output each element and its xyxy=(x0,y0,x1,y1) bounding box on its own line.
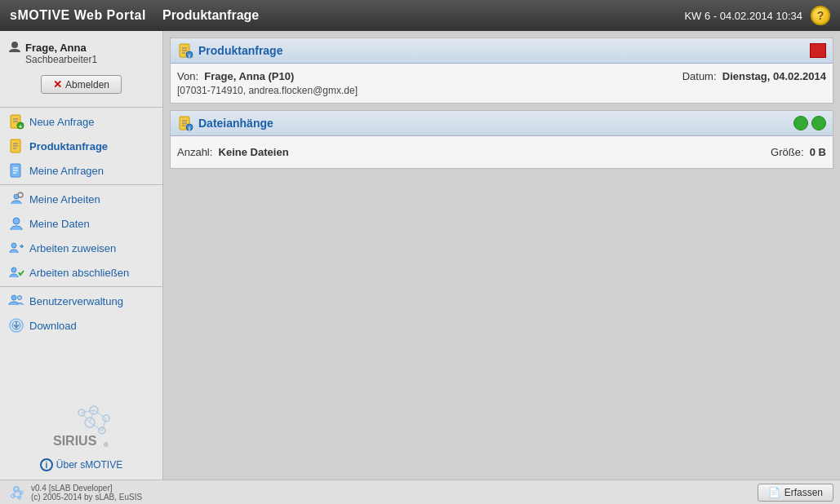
abmelden-button[interactable]: ✕ Abmelden xyxy=(41,75,122,94)
app-title: sMOTIVE Web Portal xyxy=(10,8,146,23)
gear-person-icon xyxy=(8,191,24,207)
download-icon xyxy=(8,317,24,334)
count-text: Anzahl: Keine Dateien xyxy=(177,146,289,158)
sidebar-item-download[interactable]: Download xyxy=(0,313,162,338)
produktanfrage-panel: i Produktanfrage Von: Frage, Anna (P10) … xyxy=(170,38,833,104)
svg-text:i: i xyxy=(189,53,190,59)
sidebar: Frage, Anna Sachbearbeiter1 ✕ Abmelden +… xyxy=(0,31,163,480)
sidebar-item-meine-anfragen[interactable]: Meine Anfragen xyxy=(0,158,162,183)
header: sMOTIVE Web Portal Produktanfrage KW 6 -… xyxy=(0,0,840,31)
sidebar-item-meine-daten[interactable]: Meine Daten xyxy=(0,211,162,236)
erfassen-button[interactable]: 📄 Erfassen xyxy=(758,484,833,502)
user-icon xyxy=(8,41,21,54)
user-name: Frage, Anna xyxy=(8,41,154,54)
from-line: Von: Frage, Anna (P10) Datum: Dienstag, … xyxy=(177,70,826,82)
svg-point-18 xyxy=(11,243,16,248)
dateianhaenge-panel-title: Dateianhänge xyxy=(198,117,793,130)
svg-text:®: ® xyxy=(104,441,109,449)
size-value: 0 B xyxy=(810,146,826,158)
sidebar-divider2 xyxy=(0,184,162,185)
datum-text: Datum: Dienstag, 04.02.2014 xyxy=(682,70,826,82)
count-value: Keine Dateien xyxy=(219,146,289,158)
svg-text:SIRIUS: SIRIUS xyxy=(53,434,97,448)
close-panel-button[interactable] xyxy=(810,43,826,58)
footer-text: v0.4 [sLAB Developer] (c) 2005-2014 by s… xyxy=(31,484,758,502)
sidebar-item-arbeiten-zuweisen[interactable]: Arbeiten zuweisen xyxy=(0,236,162,260)
svg-point-20 xyxy=(11,267,16,272)
user-role: Sachbearbeiter1 xyxy=(8,54,154,65)
help-icon[interactable]: ? xyxy=(811,6,830,25)
svg-point-0 xyxy=(11,42,18,48)
from-text: Von: Frage, Anna (P10) xyxy=(177,70,294,82)
users-icon xyxy=(8,293,24,309)
dateianhaenge-panel-actions xyxy=(793,116,826,130)
add-attachment-button[interactable] xyxy=(793,116,808,130)
person-icon xyxy=(8,215,24,232)
info-icon: i xyxy=(40,458,53,471)
dateianhaenge-panel-header: i Dateianhänge xyxy=(171,111,833,136)
dateianhaenge-panel: i Dateianhänge Anzahl: Keine Dateien Grö… xyxy=(170,110,833,169)
sidebar-item-arbeiten-abschliessen[interactable]: Arbeiten abschließen xyxy=(0,260,162,285)
erfassen-doc-icon: 📄 xyxy=(768,487,780,498)
svg-point-17 xyxy=(13,218,20,224)
produktanfrage-panel-body: Von: Frage, Anna (P10) Datum: Dienstag, … xyxy=(171,64,833,103)
main-layout: Frage, Anna Sachbearbeiter1 ✕ Abmelden +… xyxy=(0,31,840,480)
svg-text:i: i xyxy=(189,126,190,131)
sirius-logo: SIRIUS ® i Über sMOTIVE xyxy=(0,382,162,480)
from-value: Frage, Anna (P10) xyxy=(204,70,294,82)
svg-point-21 xyxy=(11,295,16,300)
complete-icon xyxy=(8,264,24,281)
sidebar-item-benutzerverwaltung[interactable]: Benutzerverwaltung xyxy=(0,289,162,313)
page-title: Produktanfrage xyxy=(162,8,685,23)
document-icon xyxy=(8,138,24,154)
count-size-line: Anzahl: Keine Dateien Größe: 0 B xyxy=(177,143,826,161)
size-text: Größe: 0 B xyxy=(771,146,826,158)
panel-actions xyxy=(810,43,826,58)
dateianhaenge-panel-body: Anzahl: Keine Dateien Größe: 0 B xyxy=(171,136,833,168)
document-new-icon: + xyxy=(8,113,24,130)
produktanfrage-panel-header: i Produktanfrage xyxy=(171,38,833,64)
sidebar-divider3 xyxy=(0,286,162,287)
sidebar-divider xyxy=(0,107,162,108)
attachment-icon: i xyxy=(177,115,193,131)
assign-icon xyxy=(8,240,24,256)
footer-logo-icon xyxy=(7,483,26,502)
produktanfrage-panel-title: Produktanfrage xyxy=(198,44,810,57)
footer: v0.4 [sLAB Developer] (c) 2005-2014 by s… xyxy=(0,480,840,504)
svg-text:+: + xyxy=(19,123,23,130)
datetime-display: KW 6 - 04.02.2014 10:34 xyxy=(684,10,802,22)
x-icon: ✕ xyxy=(53,78,62,91)
about-link[interactable]: i Über sMOTIVE xyxy=(40,458,122,471)
sirius-svg-icon: SIRIUS ® xyxy=(45,398,118,455)
contact-line: [07031-714910, andrea.flocken@gmx.de] xyxy=(177,85,826,96)
svg-point-22 xyxy=(18,296,22,300)
sidebar-item-neue-anfrage[interactable]: + Neue Anfrage xyxy=(0,109,162,134)
user-section: Frage, Anna Sachbearbeiter1 xyxy=(0,36,162,69)
upload-attachment-button[interactable] xyxy=(811,116,826,130)
document-list-icon xyxy=(8,162,24,179)
main-content: i Produktanfrage Von: Frage, Anna (P10) … xyxy=(163,31,840,480)
sidebar-item-produktanfrage[interactable]: Produktanfrage xyxy=(0,134,162,158)
sidebar-item-meine-arbeiten[interactable]: Meine Arbeiten xyxy=(0,187,162,211)
panel-doc-icon: i xyxy=(177,42,193,59)
